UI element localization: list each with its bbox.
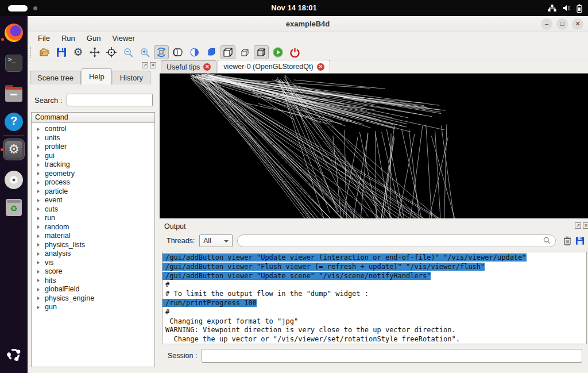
dock-firefox-button[interactable] <box>4 23 24 43</box>
expander-icon[interactable] <box>37 297 40 300</box>
expander-icon[interactable] <box>37 181 40 184</box>
tree-item-globalfield[interactable]: globalField <box>32 285 154 294</box>
menu-gun[interactable]: Gun <box>81 32 107 45</box>
menu-viewer[interactable]: Viewer <box>106 32 141 45</box>
tree-item-gui[interactable]: gui <box>32 152 154 161</box>
menu-file[interactable]: File <box>32 32 56 45</box>
toolbar-grip[interactable] <box>30 47 33 58</box>
close-button[interactable]: ✕ <box>572 18 583 30</box>
maximize-button[interactable]: □ <box>556 18 568 30</box>
close-tab-icon[interactable]: ✕ <box>203 63 211 71</box>
tree-item-vis[interactable]: vis <box>32 259 154 268</box>
expander-icon[interactable] <box>37 136 40 140</box>
clear-output-button[interactable] <box>562 234 573 247</box>
tree-item-process[interactable]: process <box>32 178 154 187</box>
tree-item-event[interactable]: event <box>32 196 154 205</box>
output-console[interactable]: /gui/addButton viewer "Update viewer (in… <box>162 252 587 344</box>
expander-icon[interactable] <box>37 145 40 149</box>
tab-useful-tips[interactable]: Useful tips ✕ <box>161 60 216 73</box>
run-beam-button[interactable] <box>270 45 285 59</box>
tree-item-particle[interactable]: particle <box>32 187 154 197</box>
opengl-viewport[interactable] <box>160 74 588 218</box>
solid-style-button[interactable] <box>204 45 219 59</box>
expander-icon[interactable] <box>37 190 40 193</box>
dock-terminal-button[interactable] <box>4 53 24 73</box>
tree-item-physics-lists[interactable]: physics_lists <box>32 241 154 250</box>
close-panel-icon[interactable]: ✕ <box>150 62 156 68</box>
window-titlebar[interactable]: exampleB4d – □ ✕ <box>28 16 588 32</box>
expander-icon[interactable] <box>37 128 40 131</box>
expander-icon[interactable] <box>37 279 40 282</box>
dock-separator <box>3 135 24 136</box>
expander-icon[interactable] <box>37 163 40 167</box>
orthographic-view-button[interactable] <box>254 45 269 59</box>
minimize-button[interactable]: – <box>541 18 552 30</box>
exit-button[interactable] <box>287 45 302 59</box>
tab-viewer-0[interactable]: viewer-0 (OpenGLStoredQt) ✕ <box>218 60 330 73</box>
tree-item-cuts[interactable]: cuts <box>32 205 154 214</box>
tree-item-tracking[interactable]: tracking <box>32 160 154 170</box>
zoom-out-button[interactable] <box>121 45 136 59</box>
system-clock[interactable]: Nov 14 18:01 <box>0 0 588 16</box>
undock-panel-icon[interactable]: ↗ <box>142 62 148 68</box>
dock-active-app-button[interactable] <box>3 139 25 160</box>
close-tab-icon[interactable]: ✕ <box>317 63 324 71</box>
system-tray[interactable] <box>548 0 582 16</box>
dock-show-apps-button[interactable] <box>4 345 24 364</box>
expander-icon[interactable] <box>37 225 40 229</box>
menu-run[interactable]: Run <box>56 32 81 45</box>
tree-item-analysis[interactable]: analysis <box>32 249 154 259</box>
expander-icon[interactable] <box>37 288 40 291</box>
tree-item-physics-engine[interactable]: physics_engine <box>32 294 154 303</box>
expander-icon[interactable] <box>37 243 40 247</box>
close-output-icon[interactable]: ✕ <box>583 222 588 229</box>
console-line: WARNING: Viewpoint direction is very clo… <box>163 326 586 335</box>
expander-icon[interactable] <box>37 270 40 274</box>
dock-trash-button[interactable] <box>4 198 24 217</box>
undock-output-icon[interactable]: ↗ <box>575 222 581 229</box>
rotate-mode-button[interactable] <box>154 45 169 59</box>
tree-item-run[interactable]: run <box>32 214 154 223</box>
dock-files-button[interactable] <box>4 84 24 103</box>
tree-item-profiler[interactable]: profiler <box>32 143 154 152</box>
move-button[interactable] <box>87 45 102 59</box>
expander-icon[interactable] <box>37 306 40 309</box>
perspective-view-button[interactable] <box>237 45 252 59</box>
tab-history[interactable]: History <box>113 71 150 84</box>
expander-icon[interactable] <box>37 261 40 264</box>
expander-icon[interactable] <box>37 217 40 220</box>
threads-dropdown[interactable]: All <box>199 234 233 247</box>
expander-icon[interactable] <box>37 154 40 157</box>
tab-scene-tree[interactable]: Scene tree <box>30 71 81 84</box>
command-tree-box: Command control units profiler gui track… <box>31 112 155 367</box>
expander-icon[interactable] <box>37 234 40 238</box>
tree-item-gun[interactable]: gun <box>32 303 154 312</box>
wireframe-style-button[interactable] <box>171 45 185 59</box>
help-search-input[interactable] <box>67 94 153 106</box>
surface-wireframe-button[interactable] <box>220 45 235 59</box>
expander-icon[interactable] <box>37 172 40 175</box>
pick-center-button[interactable] <box>104 45 119 59</box>
tree-item-random[interactable]: random <box>32 223 154 232</box>
open-file-button[interactable] <box>37 45 52 59</box>
dock-disc-button[interactable] <box>4 170 24 190</box>
tree-item-material[interactable]: material <box>32 232 154 241</box>
expander-icon[interactable] <box>37 199 40 202</box>
tree-item-geometry[interactable]: geometry <box>32 170 154 179</box>
command-tree-header[interactable]: Command <box>32 113 154 123</box>
tree-item-control[interactable]: control <box>32 125 154 134</box>
zoom-in-button[interactable] <box>137 45 152 59</box>
expander-icon[interactable] <box>37 252 40 256</box>
tree-item-hits[interactable]: hits <box>32 276 154 286</box>
save-button[interactable] <box>54 45 69 59</box>
dock-help-button[interactable] <box>4 112 24 132</box>
session-command-input[interactable] <box>202 349 582 363</box>
tree-item-score[interactable]: score <box>32 267 154 276</box>
expander-icon[interactable] <box>37 207 40 211</box>
save-output-button[interactable] <box>574 234 586 247</box>
settings-button[interactable]: ⚙ <box>71 45 86 59</box>
output-filter-input[interactable] <box>237 234 556 247</box>
tree-item-units[interactable]: units <box>32 134 154 143</box>
hidden-line-removal-button[interactable] <box>187 45 202 59</box>
tab-help[interactable]: Help <box>82 68 112 84</box>
